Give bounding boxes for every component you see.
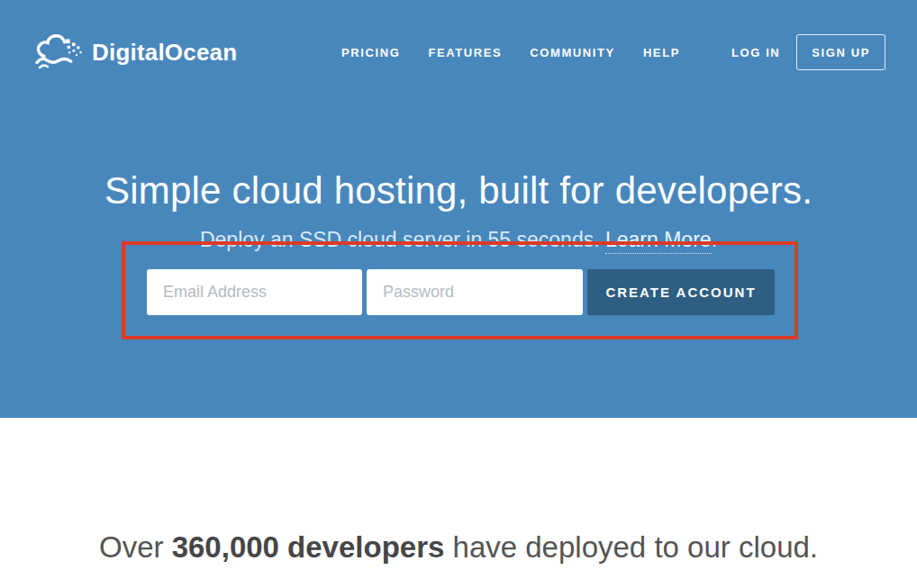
hero-section: DigitalOcean PRICING FEATURES COMMUNITY … (0, 0, 917, 418)
signup-form: CREATE ACCOUNT (147, 269, 775, 315)
digitalocean-cloud-icon (34, 34, 83, 70)
hero-subtitle-text: Deploy an SSD cloud server in 55 seconds… (200, 228, 605, 251)
stats-section: Over 360,000 developers have deployed to… (0, 418, 917, 588)
digitalocean-logo[interactable]: DigitalOcean (34, 34, 237, 70)
stats-prefix: Over (99, 530, 172, 564)
page: DigitalOcean PRICING FEATURES COMMUNITY … (0, 0, 917, 588)
hero-title: Simple cloud hosting, built for develope… (0, 169, 917, 213)
nav-item-help[interactable]: HELP (643, 46, 680, 59)
hero-subtitle-period: . (712, 228, 717, 251)
email-field[interactable] (147, 269, 362, 315)
nav-item-features[interactable]: FEATURES (428, 46, 502, 59)
nav-item-pricing[interactable]: PRICING (341, 46, 400, 59)
nav-item-community[interactable]: COMMUNITY (530, 46, 615, 59)
login-link[interactable]: LOG IN (731, 46, 780, 59)
main-nav: PRICING FEATURES COMMUNITY HELP LOG IN S… (341, 34, 885, 70)
learn-more-link[interactable]: Learn More (605, 228, 712, 254)
hero-subtitle: Deploy an SSD cloud server in 55 seconds… (0, 228, 917, 252)
create-account-button[interactable]: CREATE ACCOUNT (587, 269, 775, 315)
stats-suffix: have deployed to our cloud. (444, 530, 818, 564)
signup-button[interactable]: SIGN UP (796, 34, 885, 70)
top-navigation-bar: DigitalOcean PRICING FEATURES COMMUNITY … (34, 32, 885, 72)
password-field[interactable] (367, 269, 583, 315)
stats-line: Over 360,000 developers have deployed to… (0, 530, 917, 565)
brand-name: DigitalOcean (92, 39, 237, 67)
stats-highlight: 360,000 developers (172, 530, 445, 564)
